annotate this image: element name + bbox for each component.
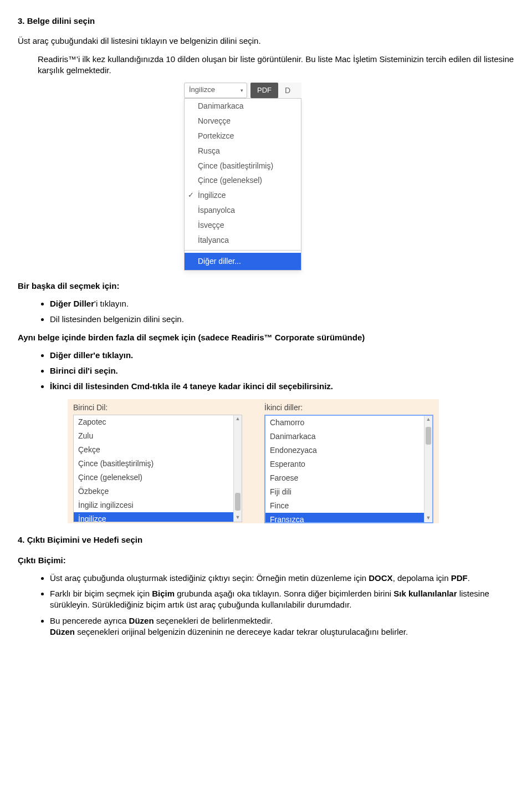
scroll-thumb[interactable] <box>235 493 241 511</box>
dual-listbox-figure: Birinci Dil: ZapotecZuluÇekçeÇince (basi… <box>68 399 514 524</box>
language-menu: DanimarkacaNorveççePortekizceRusçaÇince … <box>184 98 301 271</box>
listbox-option[interactable]: Çekçe <box>74 443 242 457</box>
listbox-option[interactable]: Özbekçe <box>74 485 242 498</box>
list-item: İkinci dil listesinden Cmd-tıkla ile 4 t… <box>50 381 514 392</box>
other-languages-menu-item[interactable]: Diğer diller... <box>185 253 301 270</box>
section3-title: 3. Belge dilini seçin <box>18 16 514 27</box>
language-menu-item[interactable]: Çince (geleneksel) <box>185 173 301 188</box>
bold-term: DOCX <box>369 573 392 583</box>
section3-p1: Üst araç çubuğundaki dil listesini tıkla… <box>18 35 514 47</box>
scrollbar[interactable]: ▲ ▼ <box>233 415 242 522</box>
list-item: Bu pencerede ayrıca Düzen seçenekleri de… <box>50 615 514 638</box>
another-lang-heading: Bir başka dil seçmek için: <box>18 281 514 292</box>
bold-term: Diğer Diller <box>50 299 94 308</box>
output-format-list: Üst araç çubuğunda oluşturmak istediğini… <box>18 573 514 638</box>
toolbar-extra: D <box>280 83 295 98</box>
list-item: Birinci dil'i seçin. <box>50 365 514 376</box>
section4-subheading: Çıktı Biçimi: <box>18 555 514 566</box>
menu-divider <box>185 250 301 251</box>
pdf-button[interactable]: PDF <box>250 83 278 98</box>
listbox-option[interactable]: Çince (geleneksel) <box>74 471 242 485</box>
language-selector-value: İngilizce <box>189 85 215 94</box>
section4-title: 4. Çıktı Biçimini ve Hedefi seçin <box>18 534 514 546</box>
language-menu-item[interactable]: İspanyolca <box>185 203 301 218</box>
listbox-option[interactable]: Zapotec <box>74 415 242 429</box>
another-lang-list: Diğer Diller'i tıklayın. Dil listesinden… <box>18 298 514 325</box>
bold-term: Diğer diller <box>50 350 93 360</box>
chevron-down-icon: ▾ <box>241 87 243 94</box>
text: Bu pencerede ayrıca <box>50 616 129 625</box>
bold-term: Düzen <box>129 616 154 625</box>
scroll-thumb[interactable] <box>426 427 431 445</box>
language-menu-item[interactable]: Norveççe <box>185 114 301 129</box>
language-menu-item[interactable]: İngilizce <box>185 188 301 203</box>
listbox-option[interactable]: Danimarkaca <box>265 430 432 444</box>
text: , depolama için <box>393 573 451 583</box>
language-menu-item[interactable]: İsveççe <box>185 218 301 233</box>
bold-term: PDF <box>451 573 468 583</box>
listbox-option[interactable]: Faroese <box>265 471 432 485</box>
bold-suffix: 'e tıklayın. <box>93 350 133 360</box>
bold-term: Cmd-tıkla <box>131 381 169 391</box>
listbox-option[interactable]: Çince (basitleştirilmiş) <box>74 457 242 471</box>
language-menu-item[interactable]: Çince (basitleştirilmiş) <box>185 159 301 174</box>
list-item: Farklı bir biçim seçmek için Biçim grubu… <box>50 588 514 611</box>
text: İkinci dil listesinden <box>50 381 131 391</box>
multi-lang-heading: Aynı belge içinde birden fazla dil seçme… <box>18 332 514 343</box>
text: seçenekleri orijinal belgenizin düzenini… <box>75 627 408 636</box>
second-languages-label: İkinci diller: <box>264 402 433 413</box>
text: Üst araç çubuğunda oluşturmak istediğini… <box>50 573 369 583</box>
text: ile 4 taneye kadar ikinci dil seçebilirs… <box>169 381 333 391</box>
first-language-listbox[interactable]: ZapotecZuluÇekçeÇince (basitleştirilmiş)… <box>73 415 242 522</box>
scroll-up-icon[interactable]: ▲ <box>424 416 432 424</box>
listbox-option[interactable]: Zulu <box>74 429 242 443</box>
list-item: Üst araç çubuğunda oluşturmak istediğini… <box>50 573 514 584</box>
second-languages-listbox[interactable]: ChamorroDanimarkacaEndonezyacaEsperantoF… <box>264 415 433 523</box>
language-menu-item[interactable]: İtalyanca <box>185 233 301 248</box>
language-selector[interactable]: İngilizce ▾ <box>184 83 247 98</box>
first-language-label: Birinci Dil: <box>73 402 242 413</box>
bold-suffix: 'i seçin. <box>88 366 117 375</box>
section3-p2: Readiris™'i ilk kez kullandığınızda 10 d… <box>38 54 514 77</box>
bold-term: Sık kullanılanlar <box>393 589 457 598</box>
text: 'i tıklayın. <box>94 299 129 308</box>
scroll-down-icon[interactable]: ▼ <box>424 514 432 522</box>
bold-term: Birinci dil <box>50 366 88 375</box>
text: . <box>468 573 470 583</box>
scrollbar[interactable]: ▲ ▼ <box>424 416 432 522</box>
text: seçenekleri de belirlenmektedir. <box>154 616 273 625</box>
listbox-option[interactable]: İngilizce <box>74 512 242 523</box>
language-menu-item[interactable]: Rusça <box>185 144 301 159</box>
listbox-option[interactable]: Chamorro <box>265 416 432 430</box>
multi-lang-list: Diğer diller'e tıklayın. Birinci dil'i s… <box>18 350 514 392</box>
list-item: Dil listesinden belgenizin dilini seçin. <box>50 314 514 325</box>
text: grubunda aşağı oka tıklayın. Sonra diğer… <box>175 589 393 598</box>
listbox-option[interactable]: Fiji dili <box>265 485 432 499</box>
language-dropdown-figure: İngilizce ▾ PDF D DanimarkacaNorveççePor… <box>18 83 514 271</box>
list-item: Diğer diller'e tıklayın. <box>50 350 514 361</box>
listbox-option[interactable]: Fince <box>265 499 432 513</box>
bold-term: Biçim <box>152 589 175 598</box>
listbox-option[interactable]: Esperanto <box>265 457 432 471</box>
language-menu-item[interactable]: Danimarkaca <box>185 99 301 114</box>
text: Farklı bir biçim seçmek için <box>50 589 152 598</box>
listbox-option[interactable]: Endonezyaca <box>265 444 432 457</box>
listbox-option[interactable]: Fransızca <box>265 513 432 524</box>
scroll-down-icon[interactable]: ▼ <box>234 514 242 522</box>
scroll-up-icon[interactable]: ▲ <box>234 415 242 423</box>
listbox-option[interactable]: İngiliz ingilizcesi <box>74 498 242 512</box>
language-menu-item[interactable]: Portekizce <box>185 129 301 144</box>
bold-term: Düzen <box>50 627 75 636</box>
list-item: Diğer Diller'i tıklayın. <box>50 298 514 309</box>
toolbar-row: İngilizce ▾ PDF D <box>184 83 301 98</box>
